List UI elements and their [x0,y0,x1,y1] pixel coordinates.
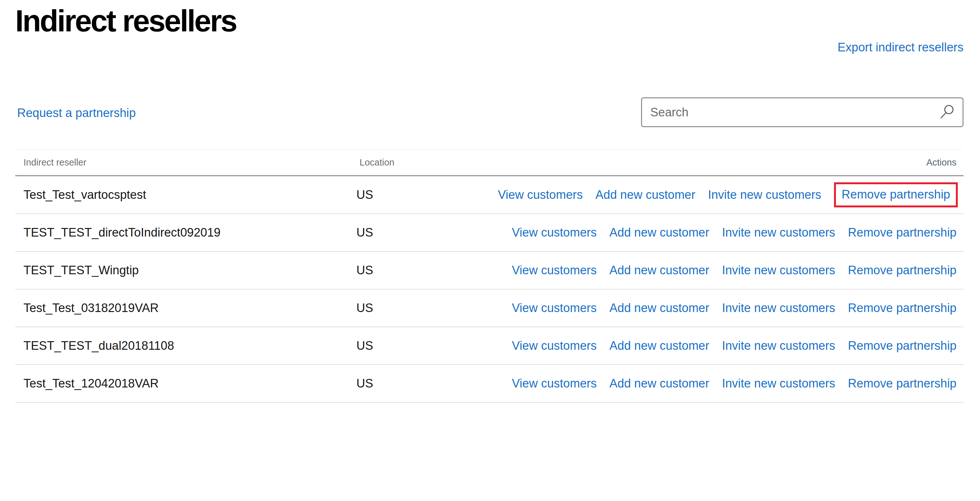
row-actions: View customers Add new customer Invite n… [498,188,964,202]
search-box[interactable] [641,97,964,127]
reseller-location: US [356,226,452,239]
reseller-name: Test_Test_12042018VAR [15,377,356,390]
view-customers-link[interactable]: View customers [512,339,597,353]
table-row: TEST_TEST_dual20181108 US View customers… [15,327,964,365]
view-customers-link[interactable]: View customers [512,377,597,390]
remove-partnership-link[interactable]: Remove partnership [848,377,956,390]
reseller-name: TEST_TEST_dual20181108 [15,339,356,353]
table-body: Test_Test_vartocsptest US View customers… [15,176,964,403]
add-new-customer-link[interactable]: Add new customer [609,339,709,353]
reseller-location: US [356,339,452,353]
view-customers-link[interactable]: View customers [512,301,597,315]
invite-new-customers-link[interactable]: Invite new customers [722,263,835,277]
row-actions: View customers Add new customer Invite n… [512,377,964,390]
row-actions: View customers Add new customer Invite n… [512,339,964,353]
add-new-customer-link[interactable]: Add new customer [609,226,709,239]
invite-new-customers-link[interactable]: Invite new customers [722,339,835,353]
table-row: TEST_TEST_Wingtip US View customers Add … [15,252,964,290]
add-new-customer-link[interactable]: Add new customer [609,263,709,277]
page-title: Indirect resellers [15,5,236,37]
reseller-location: US [356,377,452,390]
reseller-name: Test_Test_vartocsptest [15,188,356,202]
remove-partnership-link[interactable]: Remove partnership [848,301,956,315]
add-new-customer-link[interactable]: Add new customer [609,377,709,390]
search-input[interactable] [642,98,939,126]
invite-new-customers-link[interactable]: Invite new customers [722,226,835,239]
reseller-location: US [356,301,452,315]
table-row: Test_Test_vartocsptest US View customers… [15,176,964,214]
row-actions: View customers Add new customer Invite n… [512,263,964,277]
remove-partnership-link[interactable]: Remove partnership [848,226,956,239]
invite-new-customers-link[interactable]: Invite new customers [722,377,835,390]
column-header-location: Location [360,157,926,168]
indirect-resellers-page: Indirect resellers Export indirect resel… [0,0,980,501]
view-customers-link[interactable]: View customers [512,226,597,239]
remove-partnership-link[interactable]: Remove partnership [848,339,956,353]
table-row: Test_Test_12042018VAR US View customers … [15,365,964,403]
row-actions: View customers Add new customer Invite n… [512,226,964,239]
view-customers-link[interactable]: View customers [498,188,583,202]
invite-new-customers-link[interactable]: Invite new customers [708,188,821,202]
reseller-location: US [356,263,452,277]
resellers-table: Indirect reseller Location Actions Test_… [15,149,964,403]
table-header-row: Indirect reseller Location Actions [15,149,964,176]
reseller-location: US [356,188,452,202]
reseller-name: TEST_TEST_directToIndirect092019 [15,226,356,239]
add-new-customer-link[interactable]: Add new customer [609,301,709,315]
row-actions: View customers Add new customer Invite n… [512,301,964,315]
request-partnership-link[interactable]: Request a partnership [17,106,136,120]
invite-new-customers-link[interactable]: Invite new customers [722,301,835,315]
table-row: TEST_TEST_directToIndirect092019 US View… [15,214,964,252]
export-indirect-resellers-link[interactable]: Export indirect resellers [837,41,964,54]
remove-partnership-link[interactable]: Remove partnership [848,263,956,277]
table-row: Test_Test_03182019VAR US View customers … [15,290,964,327]
reseller-name: Test_Test_03182019VAR [15,301,356,315]
column-header-actions: Actions [926,157,964,168]
column-header-indirect-reseller: Indirect reseller [15,157,360,168]
reseller-name: TEST_TEST_Wingtip [15,263,356,277]
add-new-customer-link[interactable]: Add new customer [595,188,695,202]
remove-partnership-link[interactable]: Remove partnership [834,182,958,208]
view-customers-link[interactable]: View customers [512,263,597,277]
search-icon[interactable] [939,104,955,120]
